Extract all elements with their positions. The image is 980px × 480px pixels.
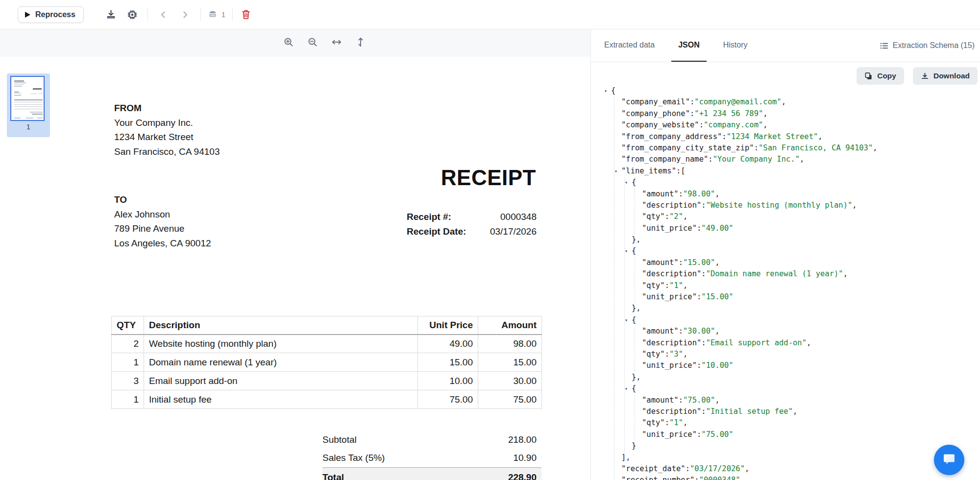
download-document-icon[interactable] [105, 8, 118, 21]
to-address-line: 789 Pine Avenue [114, 221, 211, 236]
receipt-meta-label: Receipt #: [407, 212, 451, 226]
stack-icon[interactable] [207, 8, 220, 21]
json-colon: : [708, 155, 712, 164]
chevron-left-icon[interactable] [157, 8, 170, 21]
trash-icon[interactable] [240, 8, 252, 21]
to-address-lines: Alex Johnson789 Pine AvenueLos Angeles, … [114, 207, 211, 251]
receipt-title: RECEIPT [441, 166, 536, 190]
json-value: "3" [669, 350, 683, 359]
panel-tabs: Extracted dataJSONHistoryExtraction Sche… [591, 29, 980, 62]
json-line: "receipt_date":"03/17/2026", [605, 463, 979, 475]
collapse-toggle-icon[interactable]: ▾ [605, 85, 607, 96]
tab-json[interactable]: JSON [671, 29, 707, 62]
table-cell: Email support add-on [144, 372, 418, 390]
fit-width-icon[interactable] [331, 37, 342, 48]
json-comma: , [683, 281, 687, 290]
json-colon: : [697, 224, 701, 233]
json-comma: , [793, 407, 797, 416]
extraction-schema-link[interactable]: Extraction Schema (15) [880, 29, 975, 62]
page-thumbnail-number: 1 [7, 122, 50, 131]
json-key: "description" [642, 407, 701, 416]
sales-tax-label: Sales Tax (5%) [322, 453, 385, 463]
table-cell: 75.00 [478, 390, 542, 409]
table-cell: 2 [112, 335, 144, 353]
json-value: "0000348" [699, 476, 740, 480]
download-label: Download [933, 72, 970, 80]
from-address-block: FROM Your Company Inc.1234 Market Street… [114, 101, 220, 159]
json-line: ▾{ [605, 245, 979, 257]
collapse-toggle-icon[interactable]: ▾ [614, 166, 617, 177]
json-line: ▾{ [605, 177, 979, 188]
json-value: "03/17/2026" [690, 464, 745, 473]
extraction-panel: Extracted dataJSONHistoryExtraction Sche… [590, 29, 980, 480]
document-viewer: 1 FROM Your Company Inc.1234 Market Stre… [0, 29, 590, 480]
json-key: "receipt_date" [621, 464, 686, 473]
chevron-right-icon[interactable] [179, 8, 192, 21]
line-items-header-row: QTYDescriptionUnit PriceAmount [112, 316, 542, 335]
json-key: "amount" [642, 327, 679, 336]
json-comma: , [818, 132, 822, 141]
zoom-in-icon[interactable] [283, 37, 294, 48]
table-row: 1Initial setup fee75.0075.00 [112, 390, 542, 409]
total-value: 228.90 [508, 472, 537, 480]
json-punct: }, [632, 235, 641, 244]
json-value: "Email support add-on" [706, 338, 807, 347]
table-cell: 10.00 [418, 372, 478, 390]
json-comma: , [715, 258, 719, 267]
json-comma: , [763, 120, 767, 129]
from-address-line: 1234 Market Street [114, 130, 220, 144]
fit-height-icon[interactable] [355, 37, 366, 48]
json-comma: , [763, 109, 767, 118]
chat-launcher-button[interactable] [934, 445, 964, 475]
receipt-meta-value: 0000348 [500, 212, 537, 226]
json-colon: : [722, 132, 726, 141]
tab-extracted-data[interactable]: Extracted data [597, 29, 662, 62]
to-address-line: Alex Johnson [114, 207, 211, 222]
json-colon: : [679, 396, 683, 405]
subtotal-label: Subtotal [322, 434, 357, 445]
json-punct: { [632, 246, 636, 255]
receipt-meta: Receipt #:0000348Receipt Date:03/17/2026 [407, 212, 537, 240]
json-colon: : [690, 109, 694, 118]
toolbar-divider [232, 8, 233, 21]
json-line: "receipt_number":"0000348" [605, 475, 979, 480]
json-comma: , [873, 144, 877, 152]
json-line: ▾{ [605, 85, 979, 96]
receipt-meta-label: Receipt Date: [407, 226, 466, 241]
json-value: "1" [669, 418, 683, 427]
chip-icon[interactable] [126, 8, 139, 21]
json-line: } [605, 440, 979, 452]
json-colon: : [665, 350, 669, 359]
copy-label: Copy [877, 72, 896, 80]
table-cell: 3 [112, 372, 144, 390]
extraction-schema-label: Extraction Schema (15) [893, 41, 975, 50]
json-colon: : [665, 212, 669, 221]
json-colon: : [701, 407, 706, 416]
collapse-toggle-icon[interactable]: ▾ [625, 245, 628, 257]
json-key: "from_company_name" [621, 155, 708, 164]
json-line: "company_email":"company@email.com", [605, 96, 979, 108]
collapse-toggle-icon[interactable]: ▾ [625, 314, 628, 326]
json-value: "1234 Market Street" [727, 132, 818, 141]
from-label: FROM [114, 101, 220, 116]
download-button[interactable]: Download [913, 67, 978, 85]
tab-history[interactable]: History [716, 29, 755, 62]
json-punct: { [632, 178, 636, 187]
json-line: ], [605, 452, 979, 463]
zoom-out-icon[interactable] [307, 37, 318, 48]
json-value: "75.00" [683, 396, 715, 405]
top-toolbar: Reprocess 1 [0, 0, 980, 29]
page-thumbnail[interactable]: 1 [7, 73, 50, 137]
reprocess-button[interactable]: Reprocess [18, 6, 84, 23]
column-header: Unit Price [418, 316, 478, 335]
json-line: "unit_price":"10.00" [605, 360, 979, 371]
play-icon [24, 11, 31, 18]
viewer-toolbar [0, 29, 590, 56]
json-line: "company_phone":"+1 234 56 789", [605, 108, 979, 120]
copy-button[interactable]: Copy [857, 67, 904, 85]
stack-count: 1 [221, 10, 225, 19]
collapse-toggle-icon[interactable]: ▾ [625, 383, 628, 394]
json-key: "unit_price" [642, 430, 697, 439]
json-value: "30.00" [683, 327, 715, 336]
collapse-toggle-icon[interactable]: ▾ [625, 177, 628, 188]
